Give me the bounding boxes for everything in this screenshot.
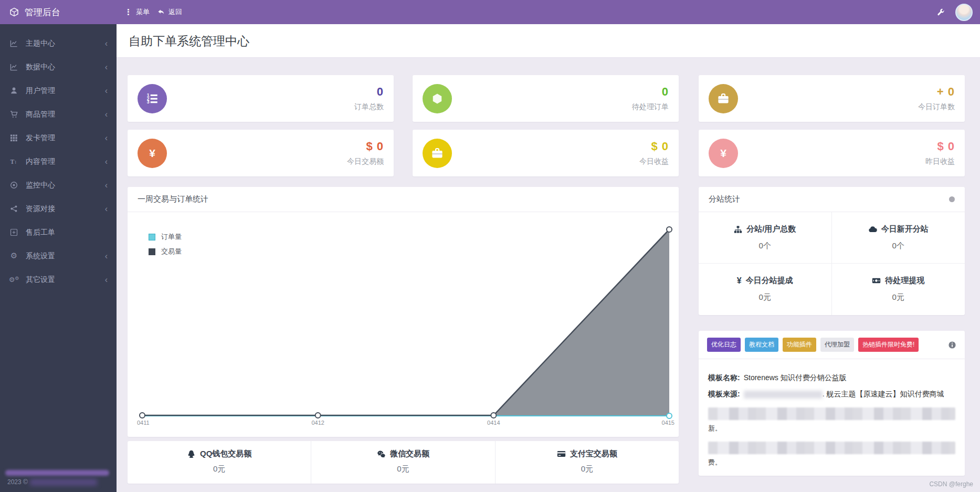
topbar: 管理后台 ⋮ 菜单 返回 bbox=[0, 0, 980, 24]
sidebar-item-label: 内容管理 bbox=[26, 157, 55, 166]
stat-label: 今日收益 bbox=[639, 157, 669, 166]
promo-row: 模板名称:Storenews 知识付费分销公益版 bbox=[708, 373, 955, 383]
panel-collapse-dot[interactable] bbox=[949, 196, 955, 202]
substation-label-text: 待处理提现 bbox=[885, 276, 924, 286]
chevron-left-icon: ‹ bbox=[105, 276, 108, 284]
blurred-paragraph bbox=[708, 442, 955, 454]
stat-cards-left: 1230订单总数0待处理订单¥$ 0今日交易额$ 0今日收益 bbox=[128, 75, 679, 176]
promo-badge-代理加盟[interactable]: 代理加盟 bbox=[820, 338, 854, 352]
avatar[interactable] bbox=[955, 4, 973, 21]
stat-label: 今日交易额 bbox=[347, 157, 384, 166]
sidebar-footer: 2023 © bbox=[0, 478, 117, 486]
sidebar-item-label: 数据中心 bbox=[26, 62, 55, 72]
stat-card-今日交易额: ¥$ 0今日交易额 bbox=[128, 130, 394, 176]
promo-badge-优化日志[interactable]: 优化日志 bbox=[707, 338, 741, 352]
menu-button[interactable]: ⋮ 菜单 bbox=[124, 7, 150, 17]
stat-value: 0 bbox=[354, 85, 384, 99]
legend-item-交易量: 交易量 bbox=[149, 247, 182, 256]
sidebar-item-售后工单[interactable]: 售后工单 bbox=[0, 221, 117, 244]
stat-card-text: + 0今日订单数 bbox=[918, 85, 955, 112]
chevron-left-icon: ‹ bbox=[105, 252, 108, 260]
money-bill-icon bbox=[872, 276, 881, 285]
sidebar-item-label: 用户管理 bbox=[26, 86, 55, 96]
chevron-left-icon: ‹ bbox=[105, 87, 108, 95]
promo-body: 模板名称:Storenews 知识付费分销公益版模板来源:. 舰云主题【原速建云… bbox=[699, 359, 965, 476]
sidebar-item-商品管理[interactable]: 商品管理‹ bbox=[0, 102, 117, 126]
substation-cell-今日分站提成: ¥今日分站提成0元 bbox=[699, 264, 832, 315]
main-area: 自助下单系统管理中心 1230订单总数0待处理订单¥$ 0今日交易额$ 0今日收… bbox=[117, 0, 980, 484]
copyright-year: 2023 © bbox=[7, 478, 28, 486]
sidebar: 主题中心‹数据中心‹用户管理‹商品管理‹发卡管理‹TI内容管理‹监控中心‹资源对… bbox=[0, 24, 117, 492]
stat-card-订单总数: 1230订单总数 bbox=[128, 75, 394, 122]
text-icon: TI bbox=[9, 158, 19, 165]
info-circle-icon[interactable] bbox=[948, 341, 956, 349]
promo-row-label: 模板来源: bbox=[708, 390, 740, 399]
content: 1230订单总数0待处理订单¥$ 0今日交易额$ 0今日收益 一周交易与订单统计… bbox=[117, 58, 980, 484]
sidebar-item-资源对接[interactable]: 资源对接‹ bbox=[0, 197, 117, 221]
substation-value: 0个 bbox=[832, 241, 965, 251]
credit-card-icon bbox=[557, 449, 566, 458]
briefcase-icon bbox=[709, 84, 738, 113]
substation-cell-今日新开分站: 今日新开分站0个 bbox=[832, 212, 965, 264]
substation-cell-分站/用户总数: 分站/用户总数0个 bbox=[699, 212, 832, 264]
yen-text-icon: ¥ bbox=[737, 276, 742, 286]
substation-value: 0元 bbox=[699, 292, 831, 302]
sidebar-item-用户管理[interactable]: 用户管理‹ bbox=[0, 79, 117, 102]
sidebar-item-系统设置[interactable]: ⚙系统设置‹ bbox=[0, 244, 117, 268]
sidebar-item-label: 资源对接 bbox=[26, 204, 55, 214]
stat-card-昨日收益: ¥$ 0昨日收益 bbox=[699, 130, 965, 176]
sidebar-item-label: 商品管理 bbox=[26, 110, 55, 119]
stat-card-text: 0订单总数 bbox=[354, 85, 384, 112]
sidebar-item-内容管理[interactable]: TI内容管理‹ bbox=[0, 150, 117, 173]
promo-row-text: Storenews 知识付费分销公益版 bbox=[744, 373, 847, 383]
payment-cell-支付宝交易额: 支付宝交易额0元 bbox=[495, 441, 679, 484]
briefcase-icon bbox=[423, 139, 452, 168]
app-brand[interactable]: 管理后台 bbox=[0, 6, 117, 18]
chevron-left-icon: ‹ bbox=[105, 134, 108, 142]
stat-card-text: $ 0今日交易额 bbox=[347, 140, 384, 166]
reply-icon bbox=[157, 8, 165, 16]
promo-row-text: . 舰云主题【原速建云】知识付费商城 bbox=[823, 390, 944, 399]
sidebar-menu: 主题中心‹数据中心‹用户管理‹商品管理‹发卡管理‹TI内容管理‹监控中心‹资源对… bbox=[0, 24, 117, 291]
sidebar-item-label: 系统设置 bbox=[26, 252, 55, 261]
sidebar-item-主题中心[interactable]: 主题中心‹ bbox=[0, 32, 117, 55]
svg-text:0411: 0411 bbox=[137, 420, 150, 426]
substation-label-text: 分站/用户总数 bbox=[746, 224, 796, 234]
stat-card-今日收益: $ 0今日收益 bbox=[413, 130, 679, 176]
menu-button-label: 菜单 bbox=[136, 7, 150, 17]
sidebar-item-其它设置[interactable]: ⚙⚙其它设置‹ bbox=[0, 268, 117, 291]
stat-card-今日订单数: + 0今日订单数 bbox=[699, 75, 965, 122]
substation-label: 待处理提现 bbox=[832, 276, 965, 286]
legend-swatch bbox=[149, 234, 155, 240]
payment-cell-微信交易额: 微信交易额0元 bbox=[311, 441, 494, 484]
stat-value: $ 0 bbox=[347, 140, 384, 153]
stat-label: 待处理订单 bbox=[632, 102, 669, 112]
cloud-icon bbox=[868, 225, 877, 234]
svg-text:3: 3 bbox=[147, 99, 150, 104]
sidebar-item-监控中心[interactable]: 监控中心‹ bbox=[0, 173, 117, 197]
right-column: + 0今日订单数¥$ 0昨日收益 分站统计 分站/用户总数0个今日新开分站0个¥… bbox=[699, 75, 965, 484]
promo-badge-功能插件[interactable]: 功能插件 bbox=[783, 338, 816, 352]
svg-text:0415: 0415 bbox=[662, 420, 675, 426]
payment-label-text: 支付宝交易额 bbox=[570, 449, 617, 459]
back-button[interactable]: 返回 bbox=[157, 7, 182, 17]
sidebar-item-label: 其它设置 bbox=[26, 275, 55, 285]
user-icon bbox=[9, 87, 19, 95]
promo-badge-教程文档[interactable]: 教程文档 bbox=[745, 338, 778, 352]
substation-label: ¥今日分站提成 bbox=[699, 276, 831, 286]
list-ol-icon: 123 bbox=[138, 84, 167, 113]
substation-panel: 分站统计 分站/用户总数0个今日新开分站0个¥今日分站提成0元待处理提现0元 bbox=[699, 187, 965, 315]
wrench-icon[interactable] bbox=[937, 8, 945, 16]
sidebar-item-label: 售后工单 bbox=[26, 228, 55, 237]
sidebar-item-发卡管理[interactable]: 发卡管理‹ bbox=[0, 126, 117, 150]
promo-panel: 优化日志教程文档功能插件代理加盟热销插件限时免费! 模板名称:Storenews… bbox=[699, 331, 965, 476]
substation-value: 0元 bbox=[832, 292, 965, 302]
substation-cell-待处理提现: 待处理提现0元 bbox=[832, 264, 965, 315]
sidebar-item-数据中心[interactable]: 数据中心‹ bbox=[0, 55, 117, 79]
chart-line-icon bbox=[9, 63, 19, 71]
chevron-left-icon: ‹ bbox=[105, 63, 108, 71]
payments-panel: QQ钱包交易额0元微信交易额0元支付宝交易额0元 bbox=[128, 441, 679, 484]
stat-label: 今日订单数 bbox=[918, 102, 955, 112]
grid-icon bbox=[9, 134, 19, 142]
promo-badge-热销插件限时免费![interactable]: 热销插件限时免费! bbox=[858, 338, 919, 352]
